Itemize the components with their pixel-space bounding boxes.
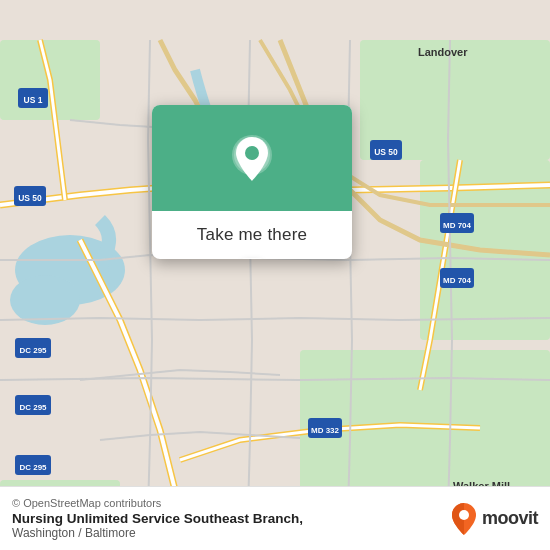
moovit-pin-icon (450, 501, 478, 537)
us1-shield-label: US 1 (24, 95, 43, 105)
osm-attribution: © OpenStreetMap contributors (12, 497, 303, 509)
dc295-3-shield-label: DC 295 (19, 463, 47, 472)
md332-shield-label: MD 332 (311, 426, 340, 435)
us50-left-shield-label: US 50 (18, 193, 42, 203)
us50-right-shield-label: US 50 (374, 147, 398, 157)
popup-card: Take me there (152, 105, 352, 259)
popup-wrapper: Take me there (152, 105, 352, 259)
dc295-2-shield-label: DC 295 (19, 403, 47, 412)
bottom-bar: © OpenStreetMap contributors Nursing Unl… (0, 486, 550, 550)
md704-1-shield-label: MD 704 (443, 221, 472, 230)
svg-point-19 (459, 510, 469, 520)
location-pin-icon (228, 133, 276, 189)
svg-point-1 (10, 275, 80, 325)
map-svg: Landover Walker Mill US 1 US 50 US 50 DC… (0, 0, 550, 550)
dc295-1-shield-label: DC 295 (19, 346, 47, 355)
location-sub: Washington / Baltimore (12, 526, 303, 540)
location-name: Nursing Unlimited Service Southeast Bran… (12, 511, 303, 526)
md704-2-shield-label: MD 704 (443, 276, 472, 285)
popup-button-section: Take me there (152, 211, 352, 259)
map-container: Landover Walker Mill US 1 US 50 US 50 DC… (0, 0, 550, 550)
moovit-brand-text: moovit (482, 508, 538, 529)
svg-point-18 (245, 146, 259, 160)
popup-green-header (152, 105, 352, 211)
bottom-left-info: © OpenStreetMap contributors Nursing Unl… (12, 497, 303, 540)
moovit-logo: moovit (450, 501, 538, 537)
popup-tail (242, 258, 262, 259)
take-me-there-button[interactable]: Take me there (197, 225, 307, 245)
landover-label: Landover (418, 46, 468, 58)
